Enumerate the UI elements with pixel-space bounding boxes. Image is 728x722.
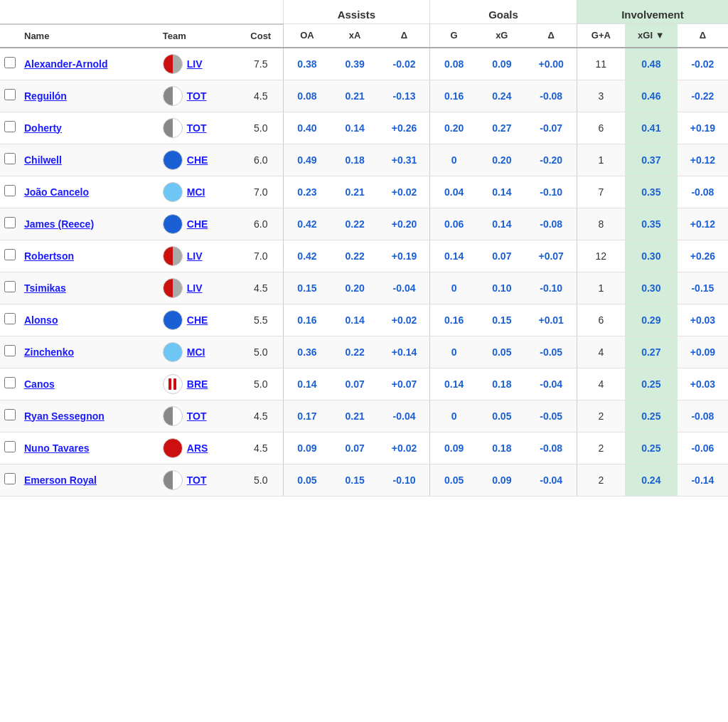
team-cell: MCI [159,336,239,368]
cost-cell: 7.0 [239,176,283,208]
row-checkbox-cell[interactable] [0,240,20,272]
row-checkbox[interactable] [4,153,16,164]
xgi-cell: 0.48 [625,48,678,80]
dg-value: -0.07 [540,122,562,134]
row-checkbox[interactable] [4,217,16,228]
oa-col-header[interactable]: OA [283,24,331,48]
team-cell-inner: MCI [163,342,235,362]
delta-a-col-header[interactable]: Δ [379,24,430,48]
cost-value: 5.0 [254,122,267,134]
player-name-link[interactable]: Ryan Sessegnon [24,410,105,422]
player-name-link[interactable]: James (Reece) [24,218,94,230]
player-name-link[interactable]: Canos [24,378,55,390]
g-value: 0.08 [444,58,464,70]
g-value: 0 [451,282,457,294]
g-col-header[interactable]: G [430,24,478,48]
row-checkbox-cell[interactable] [0,144,20,176]
di-cell: -0.06 [678,432,728,464]
xgi-col-header[interactable]: xGI ▼ [625,24,678,48]
player-name-link[interactable]: João Cancelo [24,186,89,198]
row-checkbox[interactable] [4,281,16,292]
oa-value: 0.36 [297,346,316,358]
cost-value: 7.0 [254,186,267,198]
team-name-link[interactable]: ARS [187,442,208,454]
row-checkbox[interactable] [4,89,16,100]
cost-col-header[interactable]: Cost [239,24,283,48]
player-name-link[interactable]: Chilwell [24,154,62,166]
cost-cell: 4.5 [239,432,283,464]
team-name-link[interactable]: CHE [187,154,208,166]
player-name-link[interactable]: Tsimikas [24,282,66,294]
name-col-header[interactable]: Name [20,24,159,48]
team-cell: CHE [159,208,239,240]
player-name-link[interactable]: Nuno Tavares [24,442,90,454]
team-name-link[interactable]: BRE [187,378,208,390]
player-name-link[interactable]: Emerson Royal [24,474,97,486]
row-checkbox[interactable] [4,185,16,196]
row-checkbox-cell[interactable] [0,48,20,80]
da-value: -0.13 [393,90,416,102]
team-name-link[interactable]: CHE [187,314,208,326]
row-checkbox-cell[interactable] [0,336,20,368]
team-name-link[interactable]: TOT [187,122,207,134]
row-checkbox-cell[interactable] [0,272,20,304]
xgi-cell: 0.30 [625,272,678,304]
row-checkbox[interactable] [4,473,16,484]
row-checkbox[interactable] [4,377,16,388]
delta-i-col-header[interactable]: Δ [678,24,728,48]
row-checkbox-cell[interactable] [0,112,20,144]
player-name-link[interactable]: Zinchenko [24,346,74,358]
team-name-link[interactable]: MCI [187,186,205,198]
player-name-link[interactable]: Reguilón [24,90,67,102]
gpa-col-header[interactable]: G+A [577,24,624,48]
stats-table-container: Assists Goals Involvement Name Team Cost… [0,0,728,497]
row-checkbox[interactable] [4,57,16,68]
table-row: Ryan Sessegnon TOT 4.5 0.17 0.21 -0.04 0… [0,400,728,432]
cost-value: 5.5 [254,314,267,326]
row-checkbox[interactable] [4,409,16,420]
team-name-link[interactable]: LIV [187,282,203,294]
team-name-link[interactable]: TOT [187,474,207,486]
player-name-link[interactable]: Robertson [24,250,74,262]
team-name-link[interactable]: MCI [187,346,205,358]
row-checkbox[interactable] [4,121,16,132]
g-value: 0 [451,346,457,358]
row-checkbox[interactable] [4,313,16,324]
row-checkbox-cell[interactable] [0,400,20,432]
team-name-link[interactable]: TOT [187,90,207,102]
di-value: +0.26 [690,250,715,262]
xg-col-header[interactable]: xG [478,24,525,48]
g-cell: 0.16 [430,80,478,112]
team-name-link[interactable]: TOT [187,410,207,422]
player-name-link[interactable]: Alexander-Arnold [24,58,107,70]
row-checkbox-cell[interactable] [0,80,20,112]
row-checkbox-cell[interactable] [0,432,20,464]
row-checkbox-cell[interactable] [0,368,20,400]
xa-col-header[interactable]: xA [331,24,378,48]
dg-cell: -0.10 [526,176,577,208]
row-checkbox-cell[interactable] [0,464,20,496]
empty-header [0,0,283,24]
team-name-link[interactable]: LIV [187,58,203,70]
row-checkbox[interactable] [4,345,16,356]
xg-cell: 0.05 [478,400,525,432]
row-checkbox-cell[interactable] [0,304,20,336]
xa-value: 0.07 [346,442,365,454]
team-name-link[interactable]: LIV [187,250,203,262]
player-name-link[interactable]: Alonso [24,314,58,326]
di-cell: +0.03 [678,368,728,400]
g-value: 0.20 [444,122,464,134]
player-name-link[interactable]: Doherty [24,122,62,134]
team-cell-inner: LIV [163,278,235,298]
team-name-link[interactable]: CHE [187,218,208,230]
delta-g-col-header[interactable]: Δ [526,24,577,48]
row-checkbox-cell[interactable] [0,176,20,208]
team-col-header[interactable]: Team [159,24,239,48]
xa-cell: 0.21 [331,400,378,432]
row-checkbox[interactable] [4,441,16,452]
row-checkbox-cell[interactable] [0,208,20,240]
oa-value: 0.14 [297,378,316,390]
row-checkbox[interactable] [4,249,16,260]
xgi-value: 0.24 [641,474,660,486]
team-icon [163,438,183,458]
